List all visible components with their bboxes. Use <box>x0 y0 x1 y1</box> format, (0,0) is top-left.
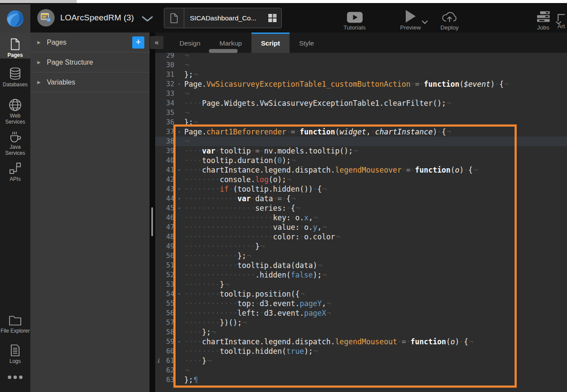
code-line[interactable]: 37▾Page.chart1Beforerender·=·function(wi… <box>155 127 567 137</box>
code-line[interactable]: 58····};¬ <box>155 327 567 337</box>
add-page-button[interactable]: + <box>132 36 144 49</box>
code-line[interactable]: 49················}¬ <box>155 242 567 251</box>
line-number: 48 <box>162 232 174 242</box>
sidebar-item-pages[interactable]: Pages <box>0 33 30 59</box>
fold-spacer <box>174 137 184 146</box>
page-tab[interactable]: SICADashboard_Co... <box>164 8 282 28</box>
fold-arrow-icon[interactable]: ▾ <box>174 203 184 213</box>
vertical-scrollbar-thumb[interactable] <box>151 207 153 236</box>
code-line[interactable]: 38¬ <box>155 137 567 146</box>
code-text: ············var·data·=·{¬ <box>184 194 567 203</box>
artifacts-button-clipped[interactable]: Art <box>557 9 567 29</box>
code-line[interactable]: 35¬ <box>155 108 567 118</box>
project-switcher[interactable]: LOArcSpeedRM (3) <box>37 3 153 33</box>
line-number: 50 <box>162 251 174 261</box>
line-number: 57 <box>162 318 174 327</box>
line-number: 37 <box>162 127 174 137</box>
pages-side-panel: ▶ Pages + ▶ Page Structure ▶ Variables <box>30 33 150 392</box>
deploy-button[interactable]: Deploy <box>429 9 470 31</box>
code-text: ¬ <box>184 89 567 98</box>
code-line[interactable]: 55············top:·d3.event.pageY,¬ <box>155 299 567 308</box>
tutorials-button[interactable]: Tutorials <box>334 9 375 31</box>
code-text: ············left:·d3.event.pageX¬ <box>184 308 567 318</box>
project-chevron-down-icon[interactable] <box>142 16 153 22</box>
code-line[interactable]: 42········console.log(o);¬ <box>155 175 567 184</box>
horizontal-scrollbar-thumb[interactable] <box>209 49 238 53</box>
accordion-pages[interactable]: ▶ Pages + <box>30 33 150 52</box>
sidebar-item-apis[interactable]: APIs <box>0 162 30 182</box>
tab-style[interactable]: Style <box>290 33 323 53</box>
code-line[interactable]: 63};¶ <box>155 375 567 385</box>
fold-arrow-icon[interactable]: ▾ <box>174 289 184 299</box>
gutter-spacer <box>155 203 162 213</box>
accordion-variables[interactable]: ▶ Variables <box>30 72 150 92</box>
code-line[interactable]: 30¬ <box>155 60 567 70</box>
code-line[interactable]: 41▾····chartInstance.legend.dispatch.leg… <box>155 165 567 175</box>
more-options-button[interactable] <box>0 375 30 380</box>
code-line[interactable]: 44▾············var·data·=·{¬ <box>155 194 567 203</box>
fold-arrow-icon[interactable]: ▾ <box>174 337 184 346</box>
code-line[interactable]: 29¬ <box>155 53 567 60</box>
code-line[interactable]: i61····}¬ <box>155 356 567 366</box>
code-line[interactable]: 62¬ <box>155 366 567 375</box>
code-line[interactable]: 53········}¬ <box>155 280 567 289</box>
accordion-pages-label: Pages <box>47 39 66 46</box>
code-line[interactable]: 57········})();¬ <box>155 318 567 327</box>
code-line[interactable]: 56············left:·d3.event.pageX¬ <box>155 308 567 318</box>
code-line[interactable]: 54▾········tooltip.position({¬ <box>155 289 567 299</box>
sidebar-item-logs[interactable]: Logs <box>0 344 30 364</box>
fold-arrow-icon[interactable]: ▾ <box>174 79 184 89</box>
collapse-panel-button[interactable]: « <box>150 36 163 49</box>
gutter-spacer <box>155 337 162 346</box>
code-line[interactable]: 47····················value:·o.y,¬ <box>155 222 567 232</box>
code-line[interactable]: 45▾················series:·{¬ <box>155 203 567 213</box>
code-text: ····}¬ <box>184 356 567 366</box>
fold-arrow-icon[interactable]: ▾ <box>174 165 184 175</box>
code-line[interactable]: 51············tooltip.data(data)¬ <box>155 261 567 270</box>
code-line[interactable]: 43▾········if·(tooltip.hidden())·{¬ <box>155 184 567 194</box>
expand-triangle-icon[interactable]: ▶ <box>37 60 47 65</box>
globe-icon <box>0 98 30 111</box>
code-line[interactable]: 40····tooltip.duration(0);¬ <box>155 156 567 165</box>
sidebar-item-databases[interactable]: Databases <box>0 67 30 88</box>
preview-chevron-down-icon[interactable] <box>422 20 428 24</box>
wavemaker-logo[interactable] <box>0 4 30 33</box>
sidebar-item-file-explorer[interactable]: File Explorer <box>0 314 30 334</box>
fold-spacer <box>174 261 184 270</box>
line-number: 56 <box>162 308 174 318</box>
pages-grid-icon[interactable] <box>263 14 281 22</box>
code-line[interactable]: 36};¬ <box>155 118 567 127</box>
info-marker-icon: i <box>155 356 162 366</box>
expand-triangle-icon[interactable]: ▶ <box>37 40 47 45</box>
code-text: ¬ <box>184 108 567 118</box>
fold-arrow-icon[interactable]: ▾ <box>174 127 184 137</box>
fold-spacer <box>174 251 184 261</box>
code-line[interactable]: 50············};¬ <box>155 251 567 261</box>
sidebar-item-web-services[interactable]: Web Services <box>0 98 30 125</box>
code-line[interactable]: 39····var·tooltip·=·nv.models.tooltip();… <box>155 146 567 156</box>
code-line[interactable]: 34····Page.Widgets.VwSicasurveyException… <box>155 98 567 108</box>
code-line[interactable]: 46····················key:·o.x,¬ <box>155 213 567 222</box>
code-line[interactable]: 48····················color:·o.color¬ <box>155 232 567 242</box>
fold-arrow-icon[interactable]: ▾ <box>174 184 184 194</box>
gutter-spacer <box>155 53 162 60</box>
expand-triangle-icon[interactable]: ▶ <box>37 80 47 85</box>
fold-arrow-icon[interactable]: ▾ <box>174 194 184 203</box>
line-number: 41 <box>162 165 174 175</box>
sidebar-item-java-services[interactable]: Java Services <box>0 130 30 156</box>
fold-spacer <box>174 375 184 385</box>
code-line[interactable]: 52················.hidden(false);¬ <box>155 270 567 280</box>
preview-button[interactable]: Preview <box>390 9 431 31</box>
accordion-page-structure[interactable]: ▶ Page Structure <box>30 52 150 72</box>
code-line[interactable]: 33¬ <box>155 89 567 98</box>
code-editor[interactable]: 29¬30¬31};¬32▾Page.VwSicasurveyException… <box>155 53 567 392</box>
line-number: 60 <box>162 346 174 356</box>
code-line[interactable]: 60········tooltip.hidden(true);¬ <box>155 346 567 356</box>
tab-script[interactable]: Script <box>251 33 290 53</box>
tab-design[interactable]: Design <box>170 33 210 53</box>
fold-spacer <box>174 89 184 98</box>
code-line[interactable]: 32▾Page.VwSicasurveyExceptionTable1_cust… <box>155 79 567 89</box>
code-line[interactable]: 31};¬ <box>155 70 567 79</box>
code-line[interactable]: 59▾····chartInstance.legend.dispatch.leg… <box>155 337 567 346</box>
sidebar-item-label: File Explorer <box>0 328 30 334</box>
